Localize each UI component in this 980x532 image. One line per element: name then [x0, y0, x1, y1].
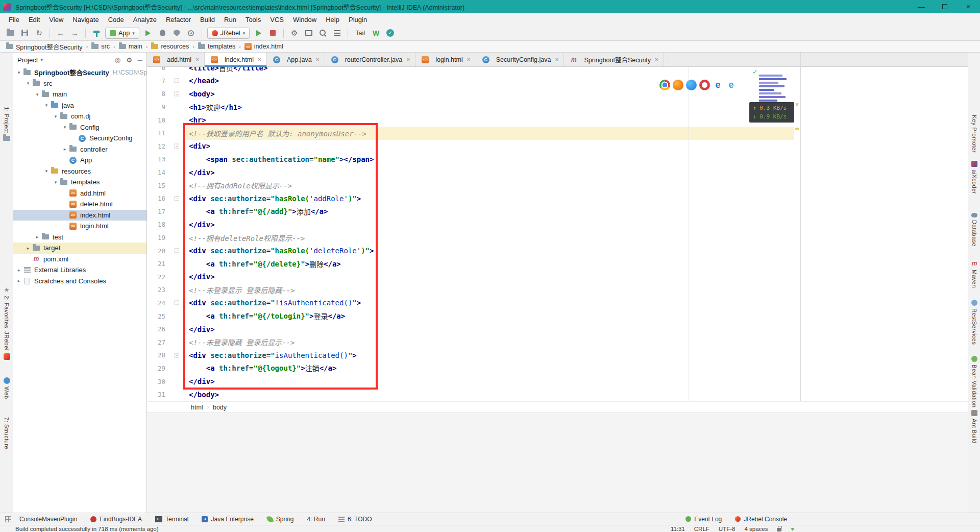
project-view-selector[interactable]: Project ▾	[17, 56, 43, 64]
jrebel-run-button[interactable]	[253, 28, 264, 38]
line-ending-widget[interactable]: CRLF	[694, 526, 709, 532]
build-button[interactable]	[91, 28, 102, 38]
run-button[interactable]	[143, 28, 154, 38]
project-tree-item-pom-xml[interactable]: mpom.xml	[13, 254, 146, 265]
fold-marker-icon[interactable]: -	[175, 353, 179, 357]
stop-button[interactable]	[267, 28, 278, 38]
tool-stripe-ant-build[interactable]: Ant Build	[968, 410, 980, 444]
tree-chevron-icon[interactable]: ▾	[34, 92, 41, 97]
tool-stripe-key-promoter[interactable]: Key Promoter	[968, 115, 980, 153]
tab-close-icon[interactable]: ×	[655, 56, 658, 63]
tool-stripe-2-favorites[interactable]: ★2: Favorites	[0, 286, 13, 328]
project-tree-item-main[interactable]: ▾main	[13, 89, 146, 100]
project-tree-item-java[interactable]: ▾java	[13, 100, 146, 111]
tab-close-icon[interactable]: ×	[555, 56, 558, 63]
code-line[interactable]: <!--获取登录的用户名 默认为: anonymousUser-->	[186, 127, 968, 140]
fold-marker-icon[interactable]: -	[175, 196, 179, 201]
sync-button[interactable]: ↻	[34, 28, 44, 38]
tool-window-button[interactable]	[303, 28, 314, 38]
settings-button[interactable]: ⚙	[289, 28, 300, 38]
code-line[interactable]: <!--拥有addRole权限显示-->	[186, 179, 968, 192]
jrebel-select[interactable]: JRebel ▾	[207, 28, 250, 39]
code-line[interactable]: <title>首页</title>	[186, 67, 968, 75]
tree-chevron-icon[interactable]: ▸	[15, 268, 22, 273]
menu-build[interactable]: Build	[195, 14, 219, 25]
tab-close-icon[interactable]: ×	[467, 56, 471, 63]
code-line[interactable]: <!--未登录显示 登录后隐藏-->	[186, 283, 968, 297]
tree-chevron-icon[interactable]: ▾	[61, 125, 68, 130]
breadcrumb-index-html[interactable]: <>index.html	[243, 43, 284, 50]
code-line[interactable]: </div>	[186, 166, 968, 179]
network-monitor-close-icon[interactable]: ×	[795, 101, 799, 108]
tool-stripe-7-structure[interactable]: 7: Structure	[0, 417, 13, 449]
menu-code[interactable]: Code	[104, 14, 129, 25]
tool-stripe-maven[interactable]: mMaven	[968, 260, 980, 288]
tool-stripe-restservices[interactable]: RestServices	[968, 300, 980, 345]
tab-close-icon[interactable]: ×	[316, 56, 320, 63]
editor-tab-springboot-security[interactable]: mSpringboot整合Security×	[564, 53, 664, 66]
code-line[interactable]: <body>	[186, 87, 968, 101]
hide-panel-button[interactable]: ─	[138, 56, 142, 64]
tool-stripe-1-project[interactable]: 1: Project	[0, 107, 13, 141]
tree-chevron-icon[interactable]: ▾	[15, 70, 22, 75]
menu-analyze[interactable]: Analyze	[129, 14, 161, 25]
editor-tab-app-java[interactable]: CApp.java×	[267, 53, 325, 66]
menu-refactor[interactable]: Refactor	[161, 14, 195, 25]
code-line[interactable]: <a th:href="@{/add}">添加</a>	[186, 205, 968, 219]
tree-chevron-icon[interactable]: ▾	[24, 81, 32, 86]
project-tree-item-templates[interactable]: ▾templates	[13, 177, 146, 188]
menu-run[interactable]: Run	[219, 14, 241, 25]
tool-stripe-jrebel[interactable]: JRebel	[0, 331, 13, 360]
breadcrumb-main[interactable]: main	[118, 43, 143, 50]
tree-chevron-icon[interactable]: ▾	[43, 103, 50, 108]
project-tree-item-external-libraries[interactable]: ▸External Libraries	[13, 264, 146, 276]
coverage-button[interactable]	[172, 28, 182, 38]
project-tree-item-login-html[interactable]: <>login.html	[13, 221, 146, 232]
fold-marker-icon[interactable]: -	[175, 91, 179, 96]
code-line[interactable]: <h1>欢迎</h1>	[186, 101, 968, 114]
project-tree-item-config[interactable]: ▾Config	[13, 122, 146, 133]
project-tree-item-target[interactable]: ▸target	[13, 243, 146, 254]
project-tree-item-com-dj[interactable]: ▾com.dj	[13, 111, 146, 122]
project-tree-item-add-html[interactable]: <>add.html	[13, 188, 146, 199]
search-button[interactable]	[317, 28, 328, 38]
code-line[interactable]: <a th:href="@{logout}">注销</a>	[186, 362, 968, 375]
code-line[interactable]: <span sec:authentication="name"></span>	[186, 153, 968, 166]
code-line[interactable]: <div sec:authorize="!isAuthenticated()">	[186, 297, 968, 310]
menu-view[interactable]: View	[44, 14, 68, 25]
project-tree-item-src[interactable]: ▾src	[13, 78, 146, 89]
safari-icon[interactable]	[686, 80, 697, 90]
tree-chevron-icon[interactable]: ▾	[52, 180, 59, 185]
editor-tab-securityconfig-java[interactable]: CSecurityConfig.java×	[476, 53, 565, 66]
project-tree-item-scratches-and-consoles[interactable]: ▸Scratches and Consoles	[13, 276, 146, 287]
breadcrumb-resources[interactable]: resources	[150, 43, 190, 50]
project-tree-item-controller[interactable]: ▸controller	[13, 144, 146, 155]
fold-marker-icon[interactable]: -	[175, 301, 179, 305]
code-line[interactable]: </div>	[186, 218, 968, 231]
project-tree-item-app[interactable]: CApp	[13, 155, 146, 166]
tree-chevron-icon[interactable]: ▸	[24, 246, 32, 251]
code-line[interactable]: <a th:href="@{/delete}">删除</a>	[186, 257, 968, 271]
code-line[interactable]: <hr>	[186, 113, 968, 127]
code-line[interactable]: <div sec:authorize="hasRole('deleteRole'…	[186, 244, 968, 257]
project-tree-item-test[interactable]: ▸test	[13, 232, 146, 243]
menu-file[interactable]: File	[4, 14, 24, 25]
bottom-tool-jrebel-console[interactable]: JRebel Console	[735, 516, 787, 523]
tree-chevron-icon[interactable]: ▸	[15, 278, 22, 283]
tool-stripe-aixcoder[interactable]: aiXcoder	[968, 161, 980, 194]
bottom-tool-consolemavenplugin[interactable]: ConsoleMavenPlugin	[19, 516, 77, 523]
project-tree-item-delete-html[interactable]: <>delete.html	[13, 199, 146, 210]
editor-breadcrumb-body[interactable]: body	[213, 404, 227, 411]
bottom-tool-6-todo[interactable]: 6: TODO	[338, 516, 372, 523]
open-button[interactable]	[5, 28, 16, 38]
bottom-tool-4-run[interactable]: 4: Run	[307, 516, 325, 523]
code-line[interactable]: </div>	[186, 271, 968, 284]
ie-icon[interactable]: e	[726, 80, 737, 90]
tool-stripe-bean-validation[interactable]: Bean Validation	[968, 356, 980, 407]
editor-tab-login-html[interactable]: <>login.html×	[415, 53, 476, 66]
bottom-tool-java-enterprise[interactable]: JJava Enterprise	[202, 516, 253, 523]
tool-stripe-web[interactable]: Web	[0, 377, 13, 399]
breadcrumb-src[interactable]: src	[90, 43, 111, 50]
project-tree-item-securityconfig[interactable]: CSecurityConfig	[13, 133, 146, 144]
code-line[interactable]: <div sec:authorize="hasRole('addRole')">	[186, 192, 968, 205]
